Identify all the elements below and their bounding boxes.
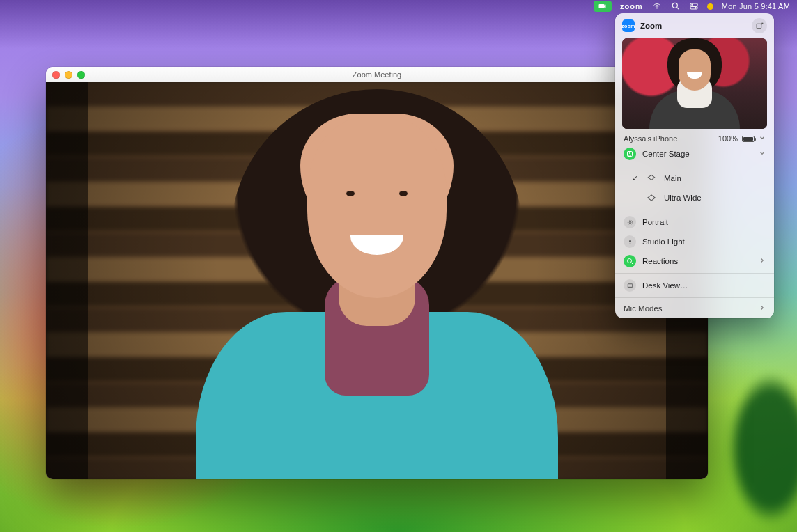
svg-point-4	[692, 4, 693, 6]
menubar-app-name[interactable]: zoom	[620, 2, 643, 10]
camera-device-row[interactable]: Alyssa's iPhone 100%	[615, 129, 774, 144]
svg-rect-13	[628, 283, 632, 287]
lens-icon	[645, 172, 658, 185]
participant-main	[150, 103, 603, 479]
privacy-indicator-dot	[707, 3, 713, 10]
svg-point-5	[695, 7, 696, 8]
svg-rect-6	[757, 24, 761, 29]
zoom-button[interactable]	[77, 71, 85, 79]
panel-title: Zoom	[640, 22, 662, 30]
menubar-clock[interactable]: Mon Jun 5 9:41 AM	[722, 2, 790, 10]
desk-view-row[interactable]: Desk View…	[615, 276, 774, 295]
checkmark-icon: ✓	[630, 174, 639, 183]
lens-main-label: Main	[664, 174, 681, 182]
reactions-row[interactable]: Reactions	[615, 251, 774, 271]
mic-modes-row[interactable]: Mic Modes	[615, 300, 774, 318]
window-traffic-lights	[52, 71, 85, 79]
svg-point-8	[629, 152, 630, 154]
device-name: Alyssa's iPhone	[624, 134, 677, 143]
center-stage-row[interactable]: Center Stage	[615, 144, 774, 164]
chevron-right-icon	[759, 304, 766, 313]
window-titlebar[interactable]: Zoom Meeting	[46, 67, 708, 83]
svg-point-1	[672, 3, 677, 8]
zoom-meeting-window: Zoom Meeting	[46, 67, 708, 479]
portrait-label: Portrait	[642, 218, 668, 226]
portrait-icon	[624, 216, 636, 228]
studio-light-icon	[624, 235, 636, 248]
macos-menubar: zoom Mon Jun 5 9:41 AM	[0, 0, 797, 13]
studio-light-label: Studio Light	[642, 237, 685, 246]
chevron-down-icon	[759, 134, 766, 143]
lens-ultrawide-row[interactable]: Ultra Wide	[615, 188, 774, 208]
window-title: Zoom Meeting	[46, 70, 708, 79]
minimize-button[interactable]	[65, 71, 72, 79]
spotlight-icon[interactable]	[671, 1, 681, 11]
lens-ultrawide-label: Ultra Wide	[664, 194, 702, 202]
battery-icon	[742, 136, 755, 142]
panel-expand-icon[interactable]	[752, 18, 767, 33]
camera-menu-extra-icon[interactable]	[594, 1, 612, 12]
portrait-row[interactable]: Portrait	[615, 212, 774, 232]
camera-control-panel: zoom Zoom Alyssa's iPhone 100% Center St…	[615, 13, 774, 318]
battery-percent: 100%	[718, 134, 738, 143]
svg-point-0	[656, 8, 657, 8]
desk-view-label: Desk View…	[642, 281, 688, 290]
chevron-down-icon	[759, 149, 766, 159]
studio-light-row[interactable]: Studio Light	[615, 232, 774, 251]
lens-main-row[interactable]: ✓ Main	[615, 169, 774, 188]
close-button[interactable]	[52, 71, 60, 79]
chevron-right-icon	[759, 256, 766, 266]
wifi-icon[interactable]	[651, 2, 663, 10]
video-main-feed	[46, 82, 708, 479]
reactions-label: Reactions	[642, 257, 678, 265]
control-center-icon[interactable]	[689, 1, 699, 11]
center-stage-icon	[624, 148, 636, 160]
center-stage-label: Center Stage	[642, 150, 690, 158]
svg-point-11	[629, 240, 631, 242]
desk-view-icon	[624, 279, 636, 292]
reactions-icon	[624, 255, 636, 267]
zoom-app-icon: zoom	[622, 19, 635, 32]
svg-point-10	[628, 220, 632, 224]
mic-modes-label: Mic Modes	[624, 304, 663, 313]
camera-preview	[622, 38, 767, 129]
svg-point-12	[628, 259, 632, 263]
lens-wide-icon	[645, 191, 658, 204]
svg-point-9	[629, 221, 631, 224]
